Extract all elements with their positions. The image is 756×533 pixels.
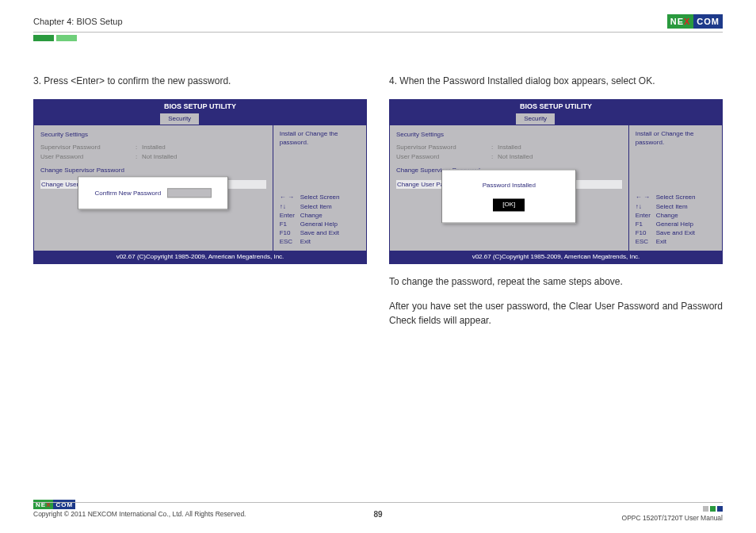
section-heading: Security Settings — [40, 130, 266, 140]
row-supervisor: Supervisor Password : Installed — [396, 143, 622, 152]
page-footer: Copyright © 2011 NEXCOM International Co… — [33, 502, 723, 522]
bios-title: BIOS SETUP UTILITY — [390, 100, 722, 113]
menu-change-supervisor: Change Supervisor Password — [40, 166, 266, 175]
row-user: User Password : Not Installed — [40, 152, 266, 162]
popup-title: Password Installed — [456, 182, 561, 191]
bios-tabbar: Security — [390, 113, 722, 125]
logo-part-right: COM — [693, 14, 723, 29]
page-header: Chapter 4: BIOS Setup NEX COM — [33, 14, 723, 33]
bios-title: BIOS SETUP UTILITY — [34, 100, 366, 113]
bios-footer: v02.67 (C)Copyright 1985-2009, American … — [390, 251, 722, 263]
section-heading: Security Settings — [396, 130, 622, 140]
left-column: 3. Press <Enter> to confirm the new pass… — [33, 75, 367, 328]
corner-squares — [703, 506, 723, 512]
bios-screenshot-left: BIOS SETUP UTILITY Security Security Set… — [33, 99, 367, 264]
row-supervisor: Supervisor Password : Installed — [40, 143, 266, 152]
popup-confirm-password: Confirm New Password — [78, 177, 228, 210]
brand-logo: NEX COM — [667, 14, 723, 29]
popup-ok-button: [OK] — [493, 199, 525, 212]
step-4-text: 4. When the Password Installed dialog bo… — [389, 75, 723, 88]
bios-tabbar: Security — [34, 113, 366, 125]
right-column: 4. When the Password Installed dialog bo… — [389, 75, 723, 328]
step-3-text: 3. Press <Enter> to confirm the new pass… — [33, 75, 367, 88]
bios-screenshot-right: BIOS SETUP UTILITY Security Security Set… — [389, 99, 723, 264]
popup-password-field — [167, 189, 212, 198]
header-accent — [33, 35, 723, 41]
footer-manual: OPPC 1520T/1720T User Manual — [622, 514, 723, 522]
page-number: 89 — [373, 510, 382, 519]
popup-label: Confirm New Password — [95, 189, 162, 198]
logo-part-left: NEX — [667, 14, 694, 29]
nav-keys: ← →Select Screen ↑↓Select Item EnterChan… — [280, 193, 361, 246]
bios-tab-security: Security — [516, 113, 555, 125]
row-user: User Password : Not Installed — [396, 152, 622, 162]
bios-footer: v02.67 (C)Copyright 1985-2009, American … — [34, 251, 366, 263]
logo-x: X — [684, 17, 690, 26]
popup-password-installed: Password Installed [OK] — [441, 170, 576, 223]
chapter-title: Chapter 4: BIOS Setup — [33, 17, 123, 26]
bios-tab-security: Security — [160, 113, 199, 125]
nav-keys: ← →Select Screen ↑↓Select Item EnterChan… — [636, 193, 717, 246]
side-hint: Install or Change the password. — [280, 130, 361, 147]
side-hint: Install or Change the password. — [636, 130, 717, 147]
after-text-1: To change the password, repeat the same … — [389, 275, 723, 289]
footer-copyright: Copyright © 2011 NEXCOM International Co… — [33, 510, 246, 518]
after-text-2: After you have set the user password, th… — [389, 300, 723, 328]
